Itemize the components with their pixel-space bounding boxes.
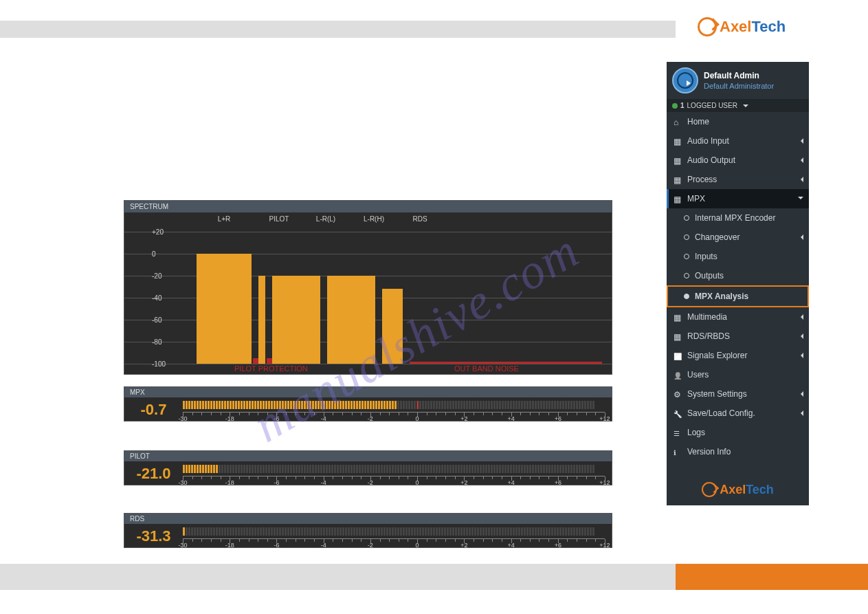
nav-mpx[interactable]: MPX — [667, 189, 809, 208]
nav-settings[interactable]: System Settings — [667, 384, 809, 404]
nav-list: Home Audio Input Audio Output Process MP… — [667, 112, 809, 461]
spectrum-col-label: PILOT — [269, 215, 289, 223]
nav-rds[interactable]: RDS/RBDS — [667, 327, 809, 346]
nav-mpx-inputs[interactable]: Inputs — [667, 247, 809, 266]
brand-mark-icon — [698, 17, 717, 36]
meter-tick-label: +6 — [555, 415, 561, 422]
logged-users-bar[interactable]: 1 LOGGED USER — [667, 99, 809, 112]
spectrum-bar — [327, 276, 375, 364]
meter-tick-label: -30 — [178, 542, 187, 549]
info-icon — [674, 448, 682, 456]
nav-logs[interactable]: Logs — [667, 423, 809, 442]
meter-tick-label: -2 — [368, 542, 373, 549]
meter-pilot-value: -21.0 — [124, 465, 183, 483]
meter-tick-label: -6 — [274, 542, 279, 549]
chevron-down-icon — [743, 105, 748, 107]
meter-tick-label: -4 — [321, 542, 326, 549]
meter-tick-label: -18 — [225, 415, 234, 422]
spectrum-title: SPECTRUM — [124, 201, 612, 212]
pilot-protection-bar — [253, 358, 258, 364]
nav-home[interactable]: Home — [667, 112, 809, 131]
meter-rds-value: -31.3 — [124, 527, 183, 545]
out-band-noise-label: OUT BAND NOISE — [454, 364, 519, 373]
chevron-right-icon — [801, 177, 803, 182]
meter-tick-label: -18 — [225, 542, 234, 549]
nav-mpx-analysis[interactable]: MPX Analysis — [667, 285, 809, 307]
pilot-protection-bar — [267, 358, 272, 364]
grid-icon — [674, 195, 682, 203]
nav-process[interactable]: Process — [667, 170, 809, 189]
grid-icon — [674, 156, 682, 164]
bullet-icon — [684, 215, 689, 221]
status-dot-icon — [672, 103, 678, 109]
meter-tick-label: +4 — [507, 415, 514, 422]
spectrum-bar — [197, 254, 252, 364]
meter-tick-label: +4 — [507, 542, 514, 549]
chevron-right-icon — [801, 353, 803, 358]
meter-tick-label: -6 — [274, 415, 279, 422]
spectrum-y-tick: -60 — [152, 316, 162, 324]
bullet-icon — [684, 234, 689, 240]
meter-rds-title: RDS — [124, 514, 612, 524]
meter-tick-label: -2 — [368, 479, 373, 486]
user-role: Default Administrator — [704, 82, 774, 90]
chevron-right-icon — [801, 314, 803, 320]
nav-version[interactable]: Version Info — [667, 442, 809, 461]
home-icon — [674, 118, 682, 126]
out-band-noise-bar — [410, 362, 602, 364]
spectrum-bar — [382, 289, 403, 364]
chevron-right-icon — [801, 391, 803, 397]
logged-label: LOGGED USER — [687, 102, 737, 109]
user-box[interactable]: Default Admin Default Administrator — [667, 62, 809, 99]
nav-users[interactable]: Users — [667, 365, 809, 384]
meter-mpx-bar: -30-18-6-4-20+2+4+6+12 — [183, 399, 605, 420]
avatar-icon — [672, 67, 698, 94]
meter-pilot-title: PILOT — [124, 451, 612, 461]
logs-icon — [674, 428, 682, 437]
chevron-right-icon — [801, 138, 803, 144]
nav-audio-output[interactable]: Audio Output — [667, 151, 809, 170]
meter-tick-label: 0 — [416, 479, 419, 486]
user-icon — [674, 371, 682, 379]
meter-tick-label: +2 — [460, 479, 467, 486]
spectrum-y-tick: -40 — [152, 294, 162, 302]
meter-rds: RDS -31.3 -30-18-6-4-20+2+4+6+12 — [124, 513, 612, 548]
chevron-right-icon — [801, 333, 803, 339]
spectrum-y-tick: -80 — [152, 338, 162, 346]
spectrum-y-tick: 0 — [152, 250, 156, 258]
brand-part2: Tech — [751, 18, 786, 35]
brand-logo-header: AxelTech — [698, 17, 786, 36]
chevron-right-icon — [801, 410, 803, 416]
wrench-icon — [674, 409, 682, 417]
nav-signals[interactable]: Signals Explorer — [667, 346, 809, 365]
nav-mpx-encoder[interactable]: Internal MPX Encoder — [667, 208, 809, 228]
bottom-bar — [0, 564, 676, 590]
meter-mpx: MPX -0.7 -30-18-6-4-20+2+4+6+12 — [124, 386, 612, 421]
meter-mpx-title: MPX — [124, 387, 612, 397]
bullet-fill-icon — [684, 294, 689, 299]
nav-mpx-changeover[interactable]: Changeover — [667, 228, 809, 247]
meter-tick-label: -2 — [368, 415, 373, 422]
meter-tick-label: +6 — [555, 542, 561, 549]
spectrum-bar — [272, 276, 320, 364]
grid-icon — [674, 137, 682, 145]
meter-tick-label: +12 — [599, 479, 610, 486]
spectrum-col-label: L-R(L) — [316, 215, 335, 223]
meter-mpx-value: -0.7 — [124, 401, 183, 419]
meter-tick-label: -18 — [225, 479, 234, 486]
meter-tick-label: +4 — [507, 479, 514, 486]
spectrum-col-label: RDS — [412, 215, 427, 223]
nav-multimedia[interactable]: Multimedia — [667, 307, 809, 327]
nav-audio-input[interactable]: Audio Input — [667, 131, 809, 151]
meter-tick-label: -4 — [321, 479, 326, 486]
spectrum-y-tick: -20 — [152, 272, 162, 280]
meter-pilot-bar: -30-18-6-4-20+2+4+6+12 — [183, 463, 605, 484]
nav-saveload[interactable]: Save/Load Config. — [667, 404, 809, 423]
spectrum-col-label: L+R — [218, 215, 231, 223]
nav-mpx-outputs[interactable]: Outputs — [667, 266, 809, 285]
bullet-icon — [684, 254, 689, 259]
meter-tick-label: +6 — [555, 479, 561, 486]
grid-icon — [674, 313, 682, 321]
meter-tick-label: 0 — [416, 542, 419, 549]
chevron-down-icon — [798, 197, 803, 202]
